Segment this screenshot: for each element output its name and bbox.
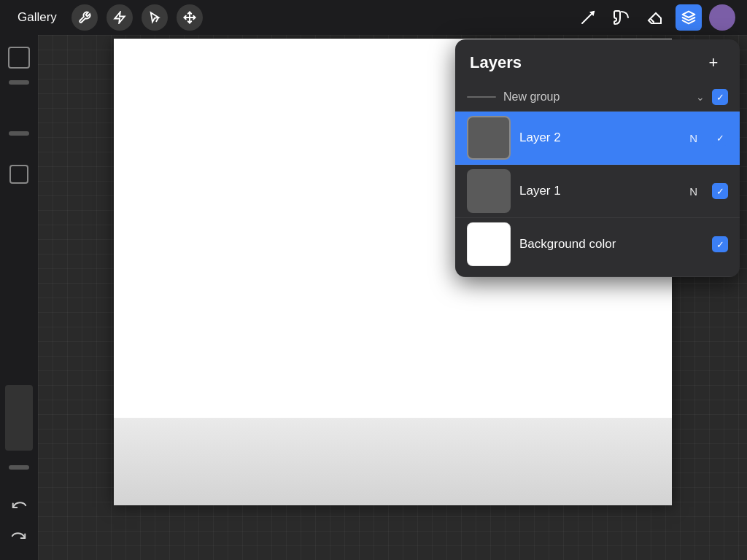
group-visibility-checkbox[interactable] [712, 89, 728, 105]
layer-thumbnail [467, 169, 511, 213]
layer-group-row[interactable]: New group ⌄ [455, 83, 740, 112]
add-layer-button[interactable]: + [702, 51, 725, 74]
layer-row[interactable]: Layer 1 N [455, 165, 740, 218]
layer-visibility-checkbox[interactable] [712, 236, 728, 252]
layers-header: Layers + [455, 39, 740, 83]
layer-visibility-checkbox[interactable] [712, 130, 728, 146]
layers-button[interactable] [676, 4, 702, 31]
left-sidebar [0, 35, 38, 560]
toolbar-left: Gallery [12, 4, 203, 31]
wrench-button[interactable] [71, 4, 98, 31]
second-slider[interactable] [9, 465, 29, 470]
brush-size-slider[interactable] [9, 80, 29, 85]
layer-visibility-checkbox[interactable] [712, 183, 728, 199]
svg-marker-4 [683, 12, 695, 18]
group-label: New group [503, 90, 689, 104]
eraser-tool-button[interactable] [642, 4, 668, 31]
color-palette[interactable] [5, 385, 33, 451]
chevron-down-icon[interactable]: ⌄ [696, 91, 705, 103]
layer-blend-mode[interactable]: N [689, 132, 697, 144]
toolbar: Gallery [0, 0, 747, 35]
layers-panel: Layers + New group ⌄ Layer 2 N Layer 1 N… [455, 39, 740, 277]
selection-button[interactable] [142, 4, 168, 31]
svg-marker-0 [115, 12, 125, 23]
layer-name: Layer 2 [519, 131, 681, 145]
layer-thumbnail [467, 222, 511, 266]
toolbar-right [575, 4, 735, 31]
layer-name: Background color [519, 237, 689, 252]
redo-button[interactable] [5, 524, 33, 551]
undo-button[interactable] [5, 493, 33, 521]
layer-thumbnail [467, 116, 511, 160]
transform-button[interactable] [177, 4, 203, 31]
brush-size-tool[interactable] [5, 44, 33, 71]
group-line [467, 96, 496, 98]
color-square[interactable] [9, 165, 28, 184]
layer-blend-mode[interactable]: N [689, 185, 697, 198]
layers-title: Layers [470, 53, 522, 72]
brush-tool-button[interactable] [608, 4, 635, 31]
gallery-button[interactable]: Gallery [12, 7, 63, 28]
adjustments-button[interactable] [107, 4, 133, 31]
layer-row[interactable]: Layer 2 N [455, 112, 740, 165]
layer-row[interactable]: Background color [455, 218, 740, 277]
layer-name: Layer 1 [519, 184, 681, 198]
opacity-slider[interactable] [9, 131, 29, 136]
user-avatar[interactable] [709, 4, 735, 31]
pen-tool-button[interactable] [575, 4, 601, 31]
